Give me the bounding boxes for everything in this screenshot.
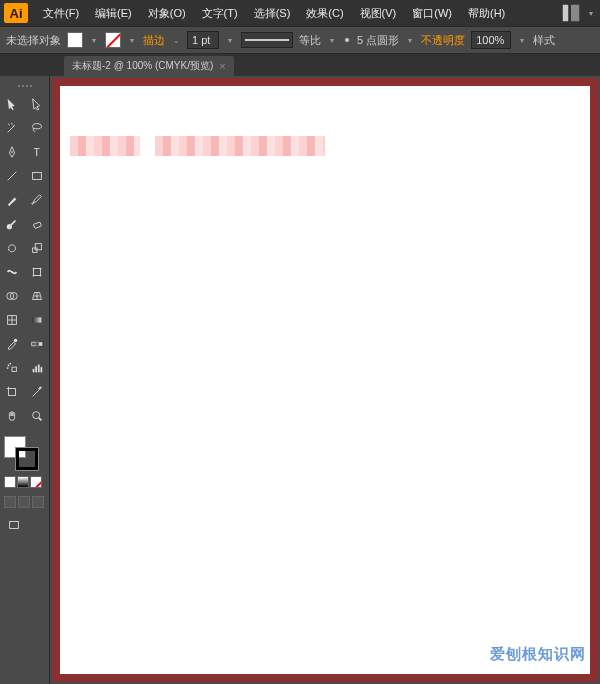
svg-rect-34 <box>9 389 16 396</box>
workspace-dropdown[interactable]: ▾ <box>586 5 596 21</box>
direct-selection-tool[interactable] <box>25 92 50 116</box>
artboard-bounds <box>52 78 598 682</box>
stroke-profile[interactable] <box>241 32 293 48</box>
free-transform-tool[interactable] <box>25 260 50 284</box>
main-area: T <box>0 76 600 684</box>
app-logo: Ai <box>4 3 28 23</box>
opacity-dropdown[interactable]: ▾ <box>517 32 527 48</box>
menu-help[interactable]: 帮助(H) <box>461 2 512 25</box>
graph-tool[interactable] <box>25 356 50 380</box>
scale-tool[interactable] <box>25 236 50 260</box>
tab-close-icon[interactable]: × <box>219 60 225 72</box>
hand-tool[interactable] <box>0 404 25 428</box>
line-tool[interactable] <box>0 164 25 188</box>
svg-point-37 <box>32 412 39 419</box>
style-label: 样式 <box>533 33 555 48</box>
svg-rect-8 <box>33 222 41 229</box>
stroke-label[interactable]: 描边 <box>143 33 165 48</box>
zoom-tool[interactable] <box>25 404 50 428</box>
lasso-tool[interactable] <box>25 116 50 140</box>
perspective-tool[interactable] <box>25 284 50 308</box>
redacted-content-1 <box>70 136 140 156</box>
scale-dropdown[interactable]: ▾ <box>327 32 337 48</box>
screen-mode-button[interactable] <box>4 516 24 534</box>
symbol-sprayer-tool[interactable] <box>0 356 25 380</box>
svg-rect-30 <box>32 369 34 373</box>
document-tabbar: 未标题-2 @ 100% (CMYK/预览) × <box>0 54 600 76</box>
scale-label: 等比 <box>299 33 321 48</box>
fill-dropdown[interactable]: ▾ <box>89 32 99 48</box>
toolbox-grip[interactable] <box>0 82 49 90</box>
blend-tool[interactable] <box>25 332 50 356</box>
draw-mode-row <box>0 494 49 510</box>
watermark: 爱刨根知识网 <box>490 645 586 664</box>
workspace-switcher-icon[interactable] <box>560 3 582 23</box>
opacity-label[interactable]: 不透明度 <box>421 33 465 48</box>
menu-select[interactable]: 选择(S) <box>247 2 298 25</box>
draw-normal[interactable] <box>4 496 16 508</box>
menu-effect[interactable]: 效果(C) <box>299 2 350 25</box>
menu-type[interactable]: 文字(T) <box>195 2 245 25</box>
svg-rect-1 <box>571 5 579 22</box>
svg-rect-6 <box>32 173 41 180</box>
svg-rect-10 <box>35 244 41 250</box>
svg-point-22 <box>14 339 18 343</box>
selection-tool[interactable] <box>0 92 25 116</box>
draw-inside[interactable] <box>32 496 44 508</box>
svg-rect-26 <box>12 367 16 371</box>
svg-rect-23 <box>32 342 36 346</box>
pencil-tool[interactable] <box>25 188 50 212</box>
svg-point-27 <box>8 365 10 367</box>
svg-point-29 <box>7 367 9 369</box>
draw-behind[interactable] <box>18 496 30 508</box>
color-mode-gradient[interactable] <box>17 476 29 488</box>
svg-point-13 <box>39 268 41 270</box>
svg-rect-33 <box>40 367 42 372</box>
stroke-swatch[interactable] <box>105 32 121 48</box>
mesh-tool[interactable] <box>0 308 25 332</box>
opacity-input[interactable] <box>471 31 511 49</box>
options-bar: 未选择对象 ▾ ▾ 描边 ⌄ ▾ 等比 ▾ 5 点圆形 ▾ 不透明度 ▾ 样式 <box>0 26 600 54</box>
eraser-tool[interactable] <box>25 212 50 236</box>
stroke-width-dropdown[interactable]: ▾ <box>225 32 235 48</box>
toolbox: T <box>0 76 50 684</box>
color-mode-solid[interactable] <box>4 476 16 488</box>
svg-point-28 <box>10 363 12 365</box>
stroke-width-input[interactable] <box>187 31 219 49</box>
type-tool[interactable]: T <box>25 140 50 164</box>
shape-builder-tool[interactable] <box>0 284 25 308</box>
gradient-tool[interactable] <box>25 308 50 332</box>
toolbox-stroke-swatch[interactable] <box>16 448 38 470</box>
paintbrush-tool[interactable] <box>0 188 25 212</box>
menu-view[interactable]: 视图(V) <box>353 2 404 25</box>
color-mode-none[interactable] <box>30 476 42 488</box>
redacted-content-2 <box>155 136 325 156</box>
stroke-dropdown[interactable]: ▾ <box>127 32 137 48</box>
menu-object[interactable]: 对象(O) <box>141 2 193 25</box>
artboard-tool[interactable] <box>0 380 25 404</box>
svg-rect-31 <box>35 366 37 372</box>
document-tab[interactable]: 未标题-2 @ 100% (CMYK/预览) × <box>64 56 234 76</box>
artboard[interactable] <box>60 86 590 674</box>
magic-wand-tool[interactable] <box>0 116 25 140</box>
eyedropper-tool[interactable] <box>0 332 25 356</box>
stroke-link[interactable]: ⌄ <box>171 32 181 48</box>
pen-tool[interactable] <box>0 140 25 164</box>
fill-swatch[interactable] <box>67 32 83 48</box>
color-mode-row <box>0 474 49 490</box>
blob-brush-tool[interactable] <box>0 212 25 236</box>
corner-dropdown[interactable]: ▾ <box>405 32 415 48</box>
svg-point-3 <box>11 151 13 153</box>
slice-tool[interactable] <box>25 380 50 404</box>
rotate-tool[interactable] <box>0 236 25 260</box>
menu-file[interactable]: 文件(F) <box>36 2 86 25</box>
rectangle-tool[interactable] <box>25 164 50 188</box>
width-tool[interactable] <box>0 260 25 284</box>
menu-edit[interactable]: 编辑(E) <box>88 2 139 25</box>
svg-point-14 <box>32 275 34 277</box>
svg-rect-21 <box>32 317 41 322</box>
document-tab-title: 未标题-2 @ 100% (CMYK/预览) <box>72 59 213 73</box>
menu-window[interactable]: 窗口(W) <box>405 2 459 25</box>
screen-mode-row <box>0 514 49 536</box>
corner-value: 5 点圆形 <box>357 33 399 48</box>
